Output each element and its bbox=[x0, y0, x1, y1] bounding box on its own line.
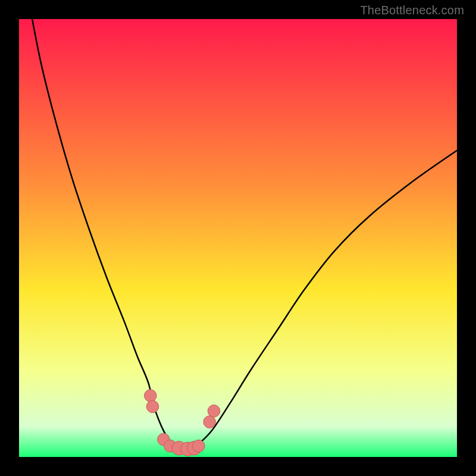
point-i bbox=[203, 416, 216, 428]
point-j bbox=[208, 405, 220, 417]
bottleneck-chart bbox=[19, 19, 457, 457]
point-a bbox=[145, 390, 157, 402]
point-h bbox=[192, 440, 205, 452]
watermark-text: TheBottleneck.com bbox=[360, 4, 464, 17]
point-b bbox=[146, 400, 159, 413]
chart-frame: TheBottleneck.com bbox=[0, 0, 476, 476]
